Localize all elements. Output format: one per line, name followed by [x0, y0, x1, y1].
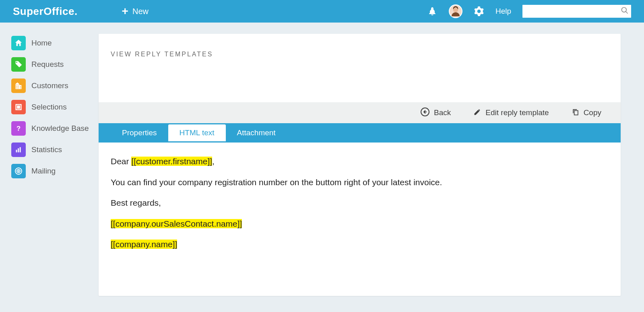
svg-line-3	[626, 12, 628, 14]
svg-rect-9	[20, 147, 21, 152]
template-line-5: [[company.name]]	[111, 238, 609, 251]
sidebar-item-customers[interactable]: Customers	[11, 75, 99, 96]
svg-rect-14	[574, 110, 578, 115]
question-icon: ?	[11, 121, 26, 136]
sidebar-item-label: Selections	[31, 103, 67, 112]
tab-attachment[interactable]: Attachment	[226, 124, 287, 141]
new-label: New	[132, 7, 149, 16]
template-line-4: [[company.ourSalesContact.name]]	[111, 217, 609, 231]
gear-icon[interactable]	[474, 6, 484, 17]
action-bar: Back Edit reply template Copy	[99, 102, 621, 123]
sidebar-item-label: Home	[31, 39, 52, 48]
svg-point-12	[18, 171, 19, 171]
topbar-right: Help	[427, 4, 631, 18]
sidebar-item-selections[interactable]: Selections	[11, 96, 99, 118]
help-link[interactable]: Help	[495, 7, 511, 16]
sidebar-item-statistics[interactable]: Statistics	[11, 139, 99, 160]
svg-rect-8	[18, 148, 19, 152]
bell-icon[interactable]	[427, 6, 438, 17]
tag-icon	[11, 57, 26, 72]
sidebar-item-home[interactable]: Home	[11, 32, 99, 54]
svg-rect-7	[16, 150, 17, 152]
tab-properties[interactable]: Properties	[111, 124, 168, 141]
sidebar-item-label: Mailing	[31, 167, 56, 176]
svg-point-2	[622, 8, 627, 12]
sidebar-item-label: Customers	[31, 81, 68, 90]
sidebar-item-mailing[interactable]: Mailing	[11, 160, 99, 182]
back-button[interactable]: Back	[420, 107, 451, 119]
logo-text: SuperOffice	[13, 5, 74, 18]
target-icon	[11, 164, 26, 178]
avatar[interactable]	[449, 4, 462, 18]
template-var-customer-firstname: [[customer.firstname]]	[131, 157, 212, 166]
template-var-sales-contact: [[company.ourSalesContact.name]]	[111, 219, 242, 228]
copy-icon	[572, 108, 580, 118]
main-card: VIEW REPLY TEMPLATES Back Edit reply tem…	[99, 34, 621, 296]
sidebar-item-label: Statistics	[31, 145, 62, 154]
pencil-icon	[473, 108, 481, 118]
logo-dot: .	[74, 5, 78, 18]
template-line-2: You can find your company registration n…	[111, 176, 609, 189]
search-input[interactable]	[525, 8, 621, 15]
template-var-company-name: [[company.name]]	[111, 240, 177, 249]
chart-icon	[11, 143, 26, 157]
sidebar-item-requests[interactable]: Requests	[11, 54, 99, 75]
sidebar-item-label: Requests	[31, 60, 64, 69]
edit-button[interactable]: Edit reply template	[473, 108, 549, 118]
page-title: VIEW REPLY TEMPLATES	[111, 51, 621, 58]
tabs: Properties HTML text Attachment	[99, 123, 621, 143]
template-content[interactable]: Dear [[customer.firstname]], You can fin…	[99, 143, 621, 296]
home-icon	[11, 36, 26, 50]
svg-text:?: ?	[17, 124, 21, 132]
building-icon	[11, 79, 26, 93]
sidebar: Home Requests Customers Selections ? Kno…	[0, 23, 99, 312]
tab-html-text[interactable]: HTML text	[168, 124, 226, 141]
search-icon[interactable]	[621, 6, 629, 16]
back-icon	[420, 107, 430, 119]
sidebar-item-knowledge-base[interactable]: ? Knowledge Base	[11, 118, 99, 139]
svg-rect-5	[17, 106, 20, 108]
plus-icon: +	[122, 5, 128, 18]
template-line-3: Best regards,	[111, 196, 609, 210]
new-button[interactable]: + New	[122, 5, 149, 18]
search-box[interactable]	[522, 5, 631, 18]
template-line-1: Dear [[customer.firstname]],	[111, 155, 609, 168]
selection-icon	[11, 100, 26, 114]
top-bar: SuperOffice. + New Help	[0, 0, 644, 23]
logo: SuperOffice.	[13, 5, 78, 18]
copy-button[interactable]: Copy	[572, 108, 601, 118]
sidebar-item-label: Knowledge Base	[31, 124, 89, 133]
